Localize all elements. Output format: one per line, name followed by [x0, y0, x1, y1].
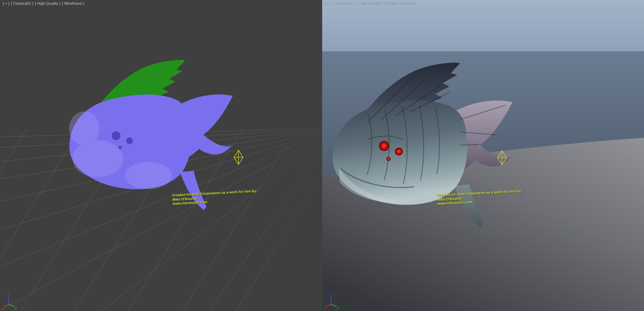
world-axis-tripod: z x y [2, 292, 18, 310]
axis-z-label: z [330, 292, 332, 296]
viewport-shading-menu[interactable]: [ Default Shading ] [384, 1, 416, 5]
world-axis-tripod: z x y [324, 292, 340, 310]
axis-y-line [331, 304, 337, 307]
viewport-camera-menu[interactable]: [ Camera01 ] [11, 1, 33, 5]
viewport-general-menu[interactable]: [ + ] [3, 1, 9, 5]
axis-x-label: x [2, 307, 4, 310]
viewport-quality-menu[interactable]: [ High Quality ] [35, 1, 60, 5]
viewport-label-bar: [ + ][ Camera01 ][ High Quality ][ Defau… [325, 1, 418, 5]
axis-x-line [326, 304, 331, 307]
viewport-label-bar: [ + ][ Camera01 ][ High Quality ][ Wiref… [3, 1, 86, 5]
axis-y-label: y [15, 306, 17, 310]
axis-y-label: y [337, 306, 339, 310]
application-window: [ + ][ Camera01 ][ High Quality ][ Wiref… [0, 0, 644, 311]
viewport-wireframe[interactable]: [ + ][ Camera01 ][ High Quality ][ Wiref… [0, 0, 322, 311]
sky [322, 0, 644, 51]
viewport-quality-menu[interactable]: [ High Quality ] [357, 1, 383, 5]
viewport-camera-menu[interactable]: [ Camera01 ] [333, 1, 356, 5]
axis-y-line [9, 304, 15, 307]
axis-x-line [4, 304, 9, 307]
viewport-general-menu[interactable]: [ + ] [325, 1, 332, 5]
axis-z-label: z [8, 292, 9, 296]
axis-x-label: x [325, 307, 326, 310]
viewport-shading-menu[interactable]: [ Wireframe ] [62, 1, 84, 5]
viewport-shaded[interactable]: [ + ][ Camera01 ][ High Quality ][ Defau… [322, 0, 644, 311]
